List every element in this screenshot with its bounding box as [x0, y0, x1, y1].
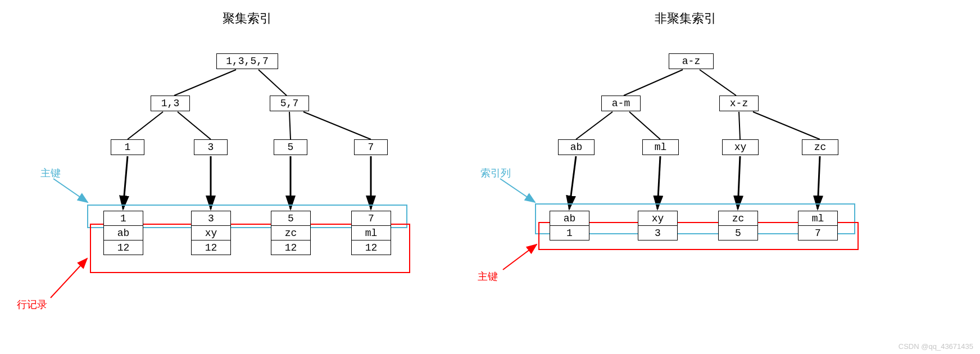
leaf-cell: xy	[638, 211, 678, 226]
right-l3-0: ab	[558, 139, 595, 155]
leaf-cell: 12	[271, 240, 311, 255]
right-label-red: 主键	[478, 270, 498, 283]
left-leaf-1: 3 xy 12	[191, 211, 231, 255]
svg-line-6	[123, 156, 128, 209]
left-leaf-0: 1 ab 12	[103, 211, 143, 255]
leaf-cell: ab	[550, 211, 589, 226]
left-root: 1,3,5,7	[216, 53, 278, 69]
left-l2-0: 1,3	[151, 96, 190, 111]
leaf-cell: 1	[550, 226, 589, 240]
svg-line-4	[289, 112, 291, 139]
right-leaf-0: ab 1	[550, 211, 589, 240]
right-leaf-1: xy 3	[638, 211, 678, 240]
svg-line-1	[258, 70, 287, 96]
leaf-cell: 12	[192, 240, 231, 255]
leaf-cell: 1	[104, 211, 143, 226]
leaf-cell: zc	[271, 226, 311, 240]
right-l3-1: ml	[642, 139, 679, 155]
left-label-red: 行记录	[17, 298, 47, 311]
leaf-cell: 12	[104, 240, 143, 255]
left-l3-3: 7	[354, 139, 388, 155]
leaf-cell: 3	[192, 211, 231, 226]
left-l3-0: 1	[111, 139, 144, 155]
left-leaf-3: 7 ml 12	[351, 211, 391, 255]
right-red-arrow	[503, 244, 537, 270]
right-title: 非聚集索引	[646, 10, 725, 27]
svg-line-0	[174, 70, 236, 96]
leaf-cell: 7	[352, 211, 391, 226]
right-label-blue: 索引列	[480, 166, 511, 180]
svg-line-12	[576, 112, 612, 139]
leaf-cell: ab	[104, 226, 143, 240]
left-blue-arrow	[53, 179, 88, 202]
svg-line-3	[178, 112, 211, 139]
right-leaf-3: ml 7	[798, 211, 838, 240]
leaf-cell: ml	[798, 211, 838, 226]
svg-line-18	[738, 156, 740, 209]
left-l2-1: 5,7	[270, 96, 309, 111]
svg-line-5	[303, 112, 371, 139]
leaf-cell: zc	[719, 211, 758, 226]
right-l2-0: a-m	[601, 96, 641, 111]
right-l3-3: zc	[802, 139, 838, 155]
svg-line-17	[657, 156, 660, 209]
leaf-cell: ml	[352, 226, 391, 240]
svg-line-2	[128, 112, 163, 139]
left-l3-2: 5	[274, 139, 307, 155]
left-l3-1: 3	[194, 139, 228, 155]
watermark: CSDN @qq_43671435	[899, 342, 973, 351]
leaf-cell: 12	[352, 240, 391, 255]
right-blue-arrow	[500, 179, 535, 202]
leaf-cell: 7	[798, 226, 838, 240]
svg-line-13	[629, 112, 660, 139]
left-title: 聚集索引	[214, 10, 281, 27]
svg-line-15	[753, 112, 820, 139]
left-red-arrow	[51, 258, 87, 298]
left-label-blue: 主键	[40, 166, 61, 180]
leaf-cell: 3	[638, 226, 678, 240]
leaf-cell: 5	[271, 211, 311, 226]
svg-line-10	[624, 70, 683, 96]
svg-line-16	[569, 156, 576, 209]
svg-line-19	[818, 156, 820, 209]
leaf-cell: 5	[719, 226, 758, 240]
svg-line-11	[700, 70, 736, 96]
right-l2-1: x-z	[719, 96, 759, 111]
left-leaf-2: 5 zc 12	[271, 211, 311, 255]
right-leaf-2: zc 5	[718, 211, 758, 240]
leaf-cell: xy	[192, 226, 231, 240]
right-l3-2: xy	[722, 139, 759, 155]
right-root: a-z	[669, 53, 714, 69]
svg-line-14	[739, 112, 740, 139]
